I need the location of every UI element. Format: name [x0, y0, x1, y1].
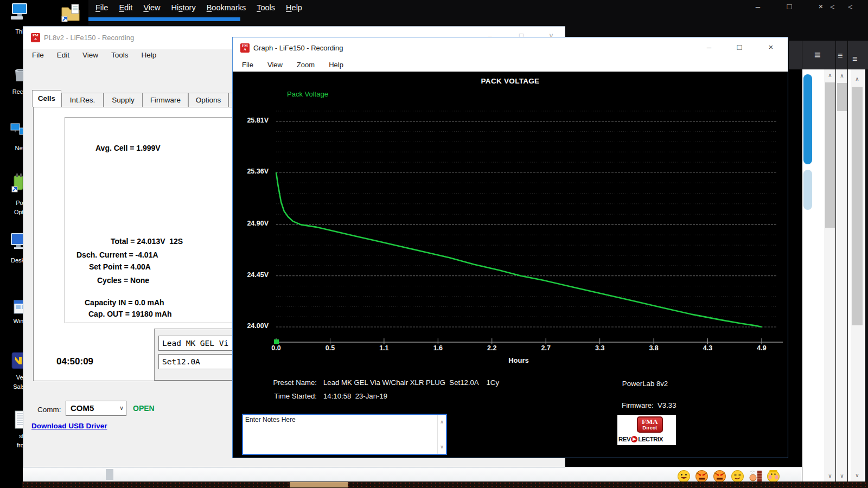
com-port-select[interactable]: COM5 ∨	[66, 401, 126, 416]
preset-name-label: Preset Name:	[242, 378, 317, 387]
pl8v2-menu-view[interactable]: View	[76, 49, 105, 61]
notes-placeholder: Enter Notes Here	[245, 416, 296, 423]
scroll-down-icon[interactable]: ∨	[851, 472, 864, 478]
x-tick-label: 0.5	[318, 344, 342, 352]
comm-status-badge: OPEN	[133, 404, 155, 413]
scrollbar[interactable]: ∧ ∨	[836, 69, 848, 481]
firmware-label: Firmware:	[622, 401, 654, 409]
active-tab-indicator	[88, 17, 240, 21]
scrollbar-thumb[interactable]	[852, 87, 863, 325]
browser-menu-history[interactable]: History	[166, 3, 201, 12]
graph-menubar: FileViewZoomHelp	[235, 59, 786, 72]
screen-bottom-edge	[22, 481, 868, 488]
y-tick-label: 25.81V	[237, 117, 269, 124]
reading-line: Avg. Cell = 1.999V	[95, 144, 161, 152]
comm-label: Comm:	[37, 406, 61, 414]
tab-cells[interactable]: Cells	[32, 90, 61, 107]
reading-line: Capacity IN = 0.0 mAh	[85, 298, 164, 307]
scroll-down-icon[interactable]: ∨	[438, 444, 446, 450]
browser-minimize-button[interactable]: –	[749, 2, 767, 11]
pl8v2-menubar: FileEditViewToolsHelp	[25, 49, 163, 61]
x-axis-title: Hours	[502, 356, 535, 364]
browser-menu-help[interactable]: Help	[280, 3, 308, 12]
revolectrix-text: REV▶LECTRIX	[618, 436, 663, 442]
desktop: { "desktop": { "icons": [ {"kind":"this-…	[0, 0, 868, 488]
hamburger-menu-icon[interactable]: ≡	[852, 54, 857, 65]
browser-menu-edit[interactable]: Edit	[113, 3, 138, 12]
scroll-up-icon[interactable]: ∧	[438, 419, 446, 425]
x-tick-label: 3.8	[642, 344, 666, 352]
scrollbar[interactable]: ∧ ∨	[824, 69, 836, 481]
page-fragment	[290, 482, 348, 487]
preset-name-value: Lead MK GEL Via W/Chair XLR PLUG Set12.0…	[323, 378, 499, 387]
x-tick-label: 4.3	[696, 344, 720, 352]
pl8v2-menu-tools[interactable]: Tools	[105, 49, 135, 61]
tab-supply[interactable]: Supply	[104, 93, 143, 107]
back-chevron-icon: <	[830, 2, 835, 11]
browser-close-button[interactable]: ×	[812, 2, 830, 11]
graph-minimize-button[interactable]: –	[700, 42, 718, 52]
tab-intres[interactable]: Int.Res.	[61, 93, 104, 107]
direct-text: Direct	[642, 425, 658, 431]
scroll-up-icon[interactable]: ∧	[824, 72, 836, 78]
h-scrollbar-thumb[interactable]	[106, 469, 113, 480]
tab-firmware[interactable]: Firmware	[143, 93, 188, 107]
revolectrix-o-icon: ▶	[631, 436, 637, 442]
graph-menu-help[interactable]: Help	[322, 59, 350, 72]
browser-toolbar: ≡	[802, 41, 836, 69]
hamburger-menu-icon[interactable]: ≡	[814, 49, 821, 60]
x-tick-label: 1.1	[372, 344, 396, 352]
browser-menubar: FileEditViewHistoryBookmarksToolsHelp	[90, 0, 308, 15]
browser-menu-tools[interactable]: Tools	[251, 3, 280, 12]
toolbar-filler	[789, 41, 802, 69]
browser-menu-bookmarks[interactable]: Bookmarks	[201, 3, 252, 12]
firmware-value: V3.33	[658, 401, 676, 409]
scroll-down-icon[interactable]: ∨	[824, 473, 836, 479]
pl8v2-menu-help[interactable]: Help	[135, 49, 163, 61]
x-tick-label: 3.3	[588, 344, 612, 352]
back-chevron-icon: <	[848, 2, 853, 11]
notes-textarea[interactable]: Enter Notes Here ∧ ∨	[242, 414, 447, 455]
pl8v2-menu-file[interactable]: File	[25, 49, 50, 61]
y-tick-label: 24.00V	[237, 322, 269, 330]
reading-line: Set Point = 4.00A	[89, 262, 151, 271]
graph-close-button[interactable]: ×	[762, 42, 780, 52]
graph-menu-view[interactable]: View	[260, 59, 290, 72]
page-blue-element-pale	[803, 170, 812, 210]
pl8v2-menu-edit[interactable]: Edit	[50, 49, 76, 61]
background-browser-window-3: ≡ ∧ ∨	[847, 41, 868, 481]
background-browser-window-1: ≡ ∧ ∨	[802, 41, 836, 481]
download-usb-driver-link[interactable]: Download USB Driver	[31, 422, 107, 430]
axis-start-marker	[274, 339, 279, 344]
scrollbar-thumb[interactable]	[837, 83, 847, 111]
desktop-icon-this-pc[interactable]	[10, 2, 29, 24]
graph-menu-file[interactable]: File	[235, 59, 260, 72]
desktop-icon-shortcut-folder[interactable]	[61, 3, 80, 25]
reading-line: Cycles = None	[97, 276, 149, 285]
hamburger-menu-icon[interactable]: ≡	[838, 50, 843, 61]
browser-maximize-button[interactable]: □	[780, 2, 799, 11]
graph-menu-zoom[interactable]: Zoom	[290, 59, 322, 72]
scrollbar-thumb[interactable]	[825, 82, 835, 228]
reading-line: Cap. OUT = 19180 mAh	[88, 310, 172, 318]
graph-titlebar[interactable]: FMA Graph - LiFe150 - Recording – □ ×	[233, 37, 788, 59]
scroll-down-icon[interactable]: ∨	[836, 473, 848, 479]
browser-toolbar: ≡	[836, 41, 848, 69]
fma-revolectrix-logo: FMA Direct REV▶LECTRIX	[617, 415, 676, 445]
browser-menu-view[interactable]: View	[138, 3, 165, 12]
scroll-up-icon[interactable]: ∧	[851, 76, 864, 82]
preset-name-row: Preset Name: Lead MK GEL Via W/Chair XLR…	[242, 378, 499, 387]
tab-options[interactable]: Options	[188, 93, 228, 107]
rev-text: REV	[618, 436, 630, 442]
notes-scrollbar[interactable]: ∧ ∨	[437, 415, 446, 454]
fma-app-icon: FMA	[240, 43, 250, 53]
browser-menu-file[interactable]: File	[90, 3, 113, 12]
scroll-up-icon[interactable]: ∧	[836, 73, 848, 79]
graph-maximize-button[interactable]: □	[731, 42, 748, 52]
firmware-row: Firmware: V3.33	[591, 393, 699, 418]
pl8v2-window-title: PL8v2 - LiFe150 - Recording	[44, 34, 134, 42]
x-tick-label: 2.7	[534, 344, 558, 352]
reading-line: Total = 24.013V 12S	[111, 237, 183, 246]
graph-window-title: Graph - LiFe150 - Recording	[253, 44, 343, 52]
scrollbar[interactable]: ∧ ∨	[851, 69, 864, 481]
